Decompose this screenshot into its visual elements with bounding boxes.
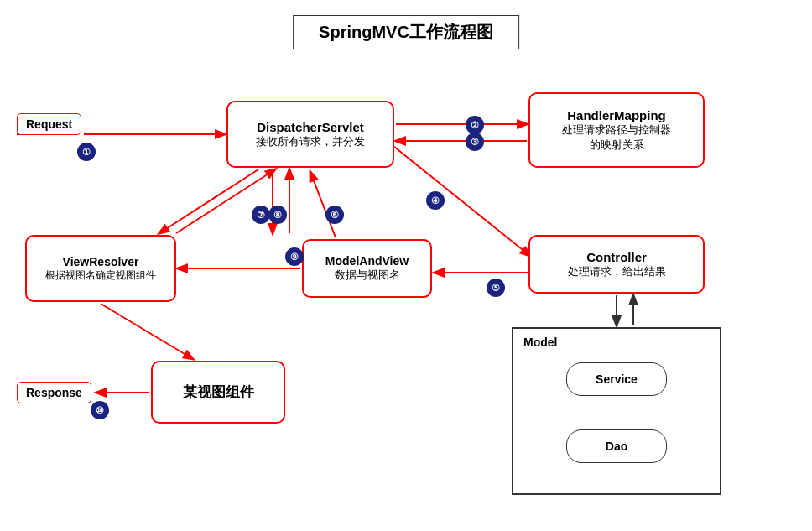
modelandview-box: ModelAndView 数据与视图名 (302, 239, 432, 298)
diagram-container: SpringMVC工作流程图 (0, 0, 812, 531)
badge-3: ③ (466, 133, 484, 151)
request-box: Request (17, 113, 81, 135)
service-box: Service (566, 362, 667, 396)
controller-box: Controller 处理请求，给出结果 (528, 235, 705, 294)
handler-box: HandlerMapping 处理请求路径与控制器 的映射关系 (528, 92, 705, 168)
badge-5: ⑤ (487, 279, 505, 297)
badge-7: ⑦ (252, 206, 270, 224)
badge-1: ① (77, 143, 96, 161)
response-box: Response (17, 382, 91, 403)
dispatcher-box: DispatcherServlet 接收所有请求，并分发 (226, 101, 394, 168)
badge-8: ⑧ (268, 206, 287, 224)
dao-box: Dao (566, 429, 667, 463)
svg-line-5 (310, 172, 336, 237)
badge-2: ② (466, 116, 484, 134)
model-box: Model Service Dao (512, 327, 721, 495)
svg-line-11 (101, 304, 193, 359)
badge-4: ④ (426, 191, 445, 210)
badge-10: ⑩ (91, 401, 109, 419)
viewresolver-box: ViewResolver 根据视图名确定视图组件 (25, 235, 176, 302)
svg-line-8 (159, 169, 258, 233)
badge-9: ⑨ (285, 247, 304, 266)
diagram-title: SpringMVC工作流程图 (293, 15, 519, 49)
view-box: 某视图组件 (151, 361, 285, 424)
badge-6: ⑥ (325, 206, 344, 224)
